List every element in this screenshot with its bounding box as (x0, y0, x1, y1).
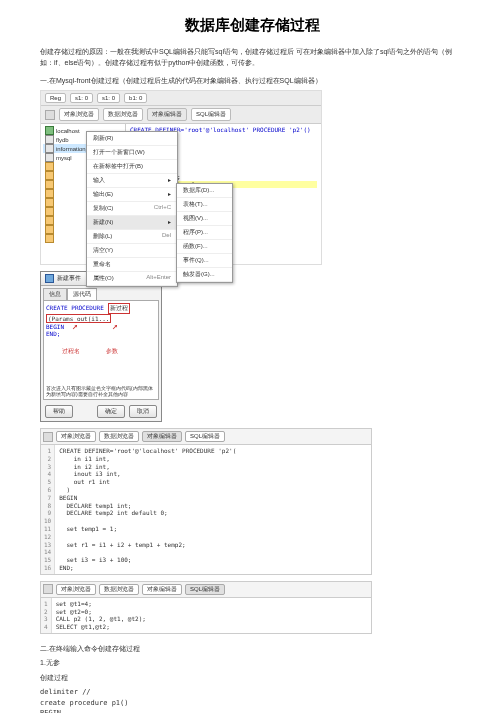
small-tabs-row: Reg s1: 0 s1: 0 b1: 0 (41, 91, 321, 106)
folder-icon (45, 189, 54, 198)
noarg-heading: 1.无参 (40, 658, 464, 669)
submenu-table[interactable]: 表格(T)... (177, 198, 232, 212)
binoculars-icon (45, 110, 55, 120)
server-icon (45, 126, 54, 135)
menu-new-window[interactable]: 打开一个新窗口(W) (87, 146, 177, 160)
submenu-func[interactable]: 函数(F)... (177, 240, 232, 254)
folder-icon (45, 216, 54, 225)
tab-data-browser[interactable]: 数据浏览器 (99, 431, 139, 442)
tab-object-editor[interactable]: 对象编辑器 (142, 431, 182, 442)
submenu-db[interactable]: 数据库(D)... (177, 184, 232, 198)
tab-object-editor[interactable]: 对象编辑器 (142, 584, 182, 595)
page-title: 数据库创建存储过程 (40, 16, 464, 35)
line-gutter: 1 2 3 4 (41, 598, 52, 633)
dialog-tab-source[interactable]: 源代码 (67, 288, 97, 300)
menu-export[interactable]: 输出(E)▸ (87, 188, 177, 202)
context-submenu-new[interactable]: 数据库(D)... 表格(T)... 视图(V)... 程序(P)... 函数(… (176, 183, 233, 283)
cancel-button[interactable]: 取消 (129, 405, 157, 418)
intro-text: 创建存储过程的原因：一般在我测试中SQL编辑器只能写sql语句，创建存储过程后 … (40, 47, 464, 68)
code-line: delimiter // (40, 687, 464, 698)
code-toolbar: 对象浏览器 数据浏览器 对象编辑器 SQL编辑器 (41, 429, 371, 445)
tab-data-browser[interactable]: 数据浏览器 (103, 108, 143, 121)
code-line: CREATE PROCEDURE 新过程 (Params out(i1... (46, 303, 156, 323)
small-tab[interactable]: s1: 0 (97, 93, 120, 103)
params-highlight: (Params out(i1... (46, 314, 111, 323)
submenu-trigger[interactable]: 触发器(G)... (177, 268, 232, 282)
help-button[interactable]: 帮助 (45, 405, 73, 418)
tab-data-browser[interactable]: 数据浏览器 (99, 584, 139, 595)
main-tabs-row: 对象浏览器 数据浏览器 对象编辑器 SQL编辑器 (41, 106, 321, 124)
folder-icon (45, 225, 54, 234)
terminal-instructions: 二.在终端输入命令创建存储过程 1.无参 创建过程 delimiter // c… (40, 644, 464, 713)
folder-icon (45, 171, 54, 180)
db-icon (45, 144, 54, 153)
code-line: BEGIN (46, 323, 156, 330)
toolbar-icon[interactable] (43, 432, 53, 442)
procname-highlight: 新过程 (108, 303, 130, 314)
dialog-icon (45, 274, 54, 283)
tab-object-editor[interactable]: 对象编辑器 (147, 108, 187, 121)
arrow-icon: ↗ (72, 321, 78, 331)
tab-object-browser[interactable]: 对象浏览器 (56, 584, 96, 595)
menu-clear[interactable]: 清空(Y) (87, 244, 177, 258)
menu-rename[interactable]: 重命名 (87, 258, 177, 272)
section1-heading: 一.在Mysql-front创建过程（创建过程后生成的代码在对象编辑器、执行过程… (40, 76, 464, 86)
folder-icon (45, 207, 54, 216)
dialog-tab-info[interactable]: 信息 (43, 288, 67, 300)
tab-sql-editor[interactable]: SQL编辑器 (185, 431, 225, 442)
menu-new-tab[interactable]: 在新标签中打开(B) (87, 160, 177, 174)
code-line: END; (46, 330, 156, 337)
code-lines: set @t1=4; set @t2=0; CALL p2 (1, 2, @t1… (52, 598, 371, 633)
toolbar-icon[interactable] (43, 584, 53, 594)
code-line: create procedure p1() (40, 698, 464, 709)
menu-props[interactable]: 属性(O)Alt+Enter (87, 272, 177, 286)
context-menu[interactable]: 刷新(R) 打开一个新窗口(W) 在新标签中打开(B) 输入▸ 输出(E)▸ 复… (86, 131, 178, 287)
call-code-screenshot: 对象浏览器 数据浏览器 对象编辑器 SQL编辑器 1 2 3 4 set @t1… (40, 581, 372, 634)
folder-icon (45, 162, 54, 171)
small-tab[interactable]: b1: 0 (124, 93, 147, 103)
new-event-dialog: 新建事件 信息 源代码 CREATE PROCEDURE 新过程 (Params… (40, 271, 162, 422)
code-body[interactable]: 1 2 3 4 set @t1=4; set @t2=0; CALL p2 (1… (41, 598, 371, 633)
submenu-view[interactable]: 视图(V)... (177, 212, 232, 226)
code-line: BEGIN (40, 708, 464, 713)
tab-sql-editor[interactable]: SQL编辑器 (191, 108, 231, 121)
section2-heading: 二.在终端输入命令创建存储过程 (40, 644, 464, 655)
menu-refresh[interactable]: 刷新(R) (87, 132, 177, 146)
label-procname: 过程名 (62, 347, 80, 356)
label-params: 参数 (106, 347, 118, 356)
tab-object-browser[interactable]: 对象浏览器 (56, 431, 96, 442)
menu-copy[interactable]: 复制(C)Ctrl+C (87, 202, 177, 216)
db-icon (45, 153, 54, 162)
menu-import[interactable]: 输入▸ (87, 174, 177, 188)
db-icon (45, 135, 54, 144)
code-body[interactable]: 1 2 3 4 5 6 7 8 9 10 11 12 13 14 15 16 C… (41, 445, 371, 574)
arrow-icon: ↗ (112, 321, 118, 331)
create-proc-label: 创建过程 (40, 673, 464, 684)
small-tab[interactable]: s1: 0 (70, 93, 93, 103)
tab-sql-editor[interactable]: SQL编辑器 (185, 584, 225, 595)
dialog-bottom-note: 首次进入只有图示藏蓝色文字框内代码(内部黑体为新填写内容)需要自行补全其他内容 (46, 385, 156, 397)
mysqlfront-screenshot: Reg s1: 0 s1: 0 b1: 0 对象浏览器 数据浏览器 对象编辑器 … (40, 90, 322, 265)
ok-button[interactable]: 确定 (97, 405, 125, 418)
folder-icon (45, 180, 54, 189)
code-lines: CREATE DEFINER='root'@'localhost' PROCED… (55, 445, 371, 574)
small-tab[interactable]: Reg (45, 93, 66, 103)
menu-new[interactable]: 新建(N)▸ (87, 216, 177, 230)
folder-icon (45, 198, 54, 207)
code-toolbar: 对象浏览器 数据浏览器 对象编辑器 SQL编辑器 (41, 582, 371, 598)
proc-code-screenshot: 对象浏览器 数据浏览器 对象编辑器 SQL编辑器 1 2 3 4 5 6 7 8… (40, 428, 372, 575)
submenu-event[interactable]: 事件(Q)... (177, 254, 232, 268)
line-gutter: 1 2 3 4 5 6 7 8 9 10 11 12 13 14 15 16 (41, 445, 55, 574)
tab-object-browser[interactable]: 对象浏览器 (59, 108, 99, 121)
menu-delete[interactable]: 删除(L)Del (87, 230, 177, 244)
folder-icon (45, 234, 54, 243)
submenu-proc[interactable]: 程序(P)... (177, 226, 232, 240)
dialog-source-editor[interactable]: CREATE PROCEDURE 新过程 (Params out(i1... B… (43, 300, 159, 400)
